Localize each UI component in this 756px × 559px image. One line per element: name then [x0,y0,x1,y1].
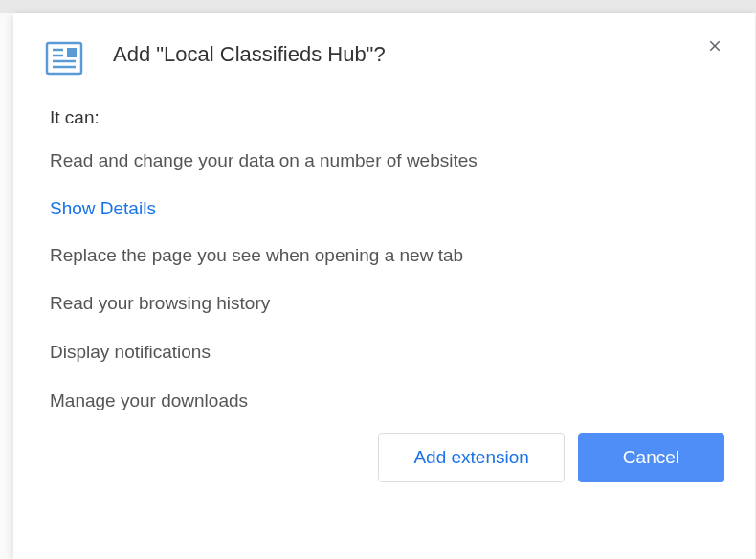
permission-item: Read your browsing history [50,292,719,316]
permission-item: Manage your downloads [50,390,719,410]
add-extension-button[interactable]: Add extension [378,433,564,482]
svg-rect-5 [67,48,77,57]
permissions-intro: It can: [50,107,719,128]
dialog-body[interactable]: It can: Read and change your data on a n… [13,94,755,410]
show-details-link[interactable]: Show Details [50,198,719,219]
permission-item: Display notifications [50,341,719,365]
permission-item: Read and change your data on a number of… [50,149,719,173]
dialog-title: Add "Local Classifieds Hub"? [113,36,386,70]
dialog-footer: Add extension Cancel [13,410,755,509]
backdrop-top-bar [0,0,756,13]
close-button[interactable] [703,34,726,57]
permission-item: Replace the page you see when opening a … [50,244,719,268]
svg-rect-0 [47,43,81,74]
dialog-header: Add "Local Classifieds Hub"? [13,13,755,94]
cancel-button[interactable]: Cancel [578,433,724,482]
extension-install-dialog: Add "Local Classifieds Hub"? It can: Rea… [13,13,755,559]
close-icon [706,37,723,55]
extension-newspaper-icon [44,38,84,78]
